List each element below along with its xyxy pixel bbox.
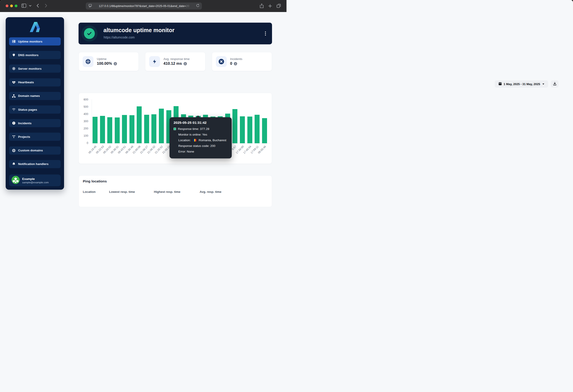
ping-locations-title: Ping locations [83, 179, 107, 183]
heart-pulse-icon [12, 81, 16, 84]
sidebar-toggle-icon[interactable] [21, 4, 26, 8]
sidebar-item-dns-monitors[interactable]: DNS monitors [9, 51, 61, 59]
url-text: 127.0.0.1/66uptime/monitor/78?&start_dat… [92, 4, 196, 8]
wifi-icon [12, 108, 16, 111]
sitemap-icon [12, 94, 16, 98]
bar-20[interactable] [240, 116, 245, 143]
ping-column-header: Lowest resp. time [109, 190, 135, 194]
stat-card-avg-response-time: Avg. response time410.12 msi [145, 52, 205, 71]
bar-3[interactable] [115, 117, 120, 143]
tooltip-row: Location:Romania, Bucharest [178, 139, 228, 142]
bar-5[interactable] [129, 115, 134, 143]
info-icon[interactable]: i [234, 62, 237, 65]
browser-toolbar: 127.0.0.1/66uptime/monitor/78?&start_dat… [0, 0, 286, 12]
stat-label: Incidents [230, 57, 242, 61]
monitor-header-card: altumcode uptime monitor https://altumco… [78, 23, 272, 44]
sidebar-item-label: Custom domains [18, 149, 43, 152]
cpu-icon [12, 67, 16, 71]
reload-icon[interactable] [196, 4, 199, 8]
bar-1[interactable] [100, 116, 105, 143]
tab-overview-icon[interactable] [277, 4, 281, 8]
forward-button[interactable] [45, 4, 47, 8]
sidebar-item-notification-handlers[interactable]: Notification handlers [9, 160, 61, 168]
user-name: Example [22, 177, 49, 181]
bar-7[interactable] [144, 115, 149, 143]
monitor-url[interactable]: https://altumcode.com [104, 36, 135, 39]
sidebar-item-label: Projects [18, 135, 30, 139]
romania-flag [193, 139, 197, 142]
stat-value: 100.00% [97, 61, 112, 66]
close-window-button[interactable] [6, 4, 8, 7]
tooltip-timestamp: 2025-05-25 01:31:42 [174, 121, 228, 125]
bar-2[interactable] [107, 117, 112, 143]
bar-21[interactable] [247, 117, 252, 143]
x-circle-icon [216, 56, 227, 67]
bar-23[interactable] [262, 118, 267, 143]
ping-column-header: Highest resp. time [154, 190, 180, 194]
address-bar[interactable]: 127.0.0.1/66uptime/monitor/78?&start_dat… [86, 2, 202, 10]
sidebar-item-uptime-monitors[interactable]: Uptime monitors [9, 37, 61, 46]
sidebar-item-label: Notification handlers [18, 162, 48, 166]
bell-icon [12, 162, 16, 166]
stat-card-incidents: Incidents0i [212, 52, 272, 71]
ping-column-header: Avg. resp. time [200, 190, 221, 194]
avatar [12, 176, 20, 185]
new-tab-icon[interactable] [268, 4, 272, 8]
sidebar-item-heartbeats[interactable]: Heartbeats [9, 78, 61, 87]
bar-6[interactable] [137, 106, 142, 143]
ping-locations-card: Ping locations LocationLowest resp. time… [78, 175, 272, 196]
sidebar-item-label: DNS monitors [18, 53, 38, 57]
globe-icon [12, 149, 16, 152]
status-online-icon [84, 28, 95, 39]
stat-label: Avg. response time [163, 57, 189, 61]
nodes-icon [12, 135, 16, 139]
sidebar-item-label: Incidents [18, 122, 32, 125]
y-axis-line [92, 99, 92, 143]
minimize-window-button[interactable] [10, 4, 13, 7]
bar-9[interactable] [159, 109, 164, 143]
sidebar-item-status-pages[interactable]: Status pages [9, 106, 61, 114]
tooltip-row: Response time: 377.28 [174, 127, 228, 131]
sidebar-item-label: Server monitors [18, 67, 42, 71]
sidebar-item-domain-names[interactable]: Domain names [9, 92, 61, 100]
user-email: sample@example.com [22, 181, 49, 184]
sidebar-item-projects[interactable]: Projects [9, 133, 61, 141]
page-settings-icon[interactable] [89, 4, 92, 8]
tooltip-row: Response status code: 200 [178, 144, 228, 148]
bar-8[interactable] [151, 114, 156, 143]
sidebar-item-server-monitors[interactable]: Server monitors [9, 65, 61, 73]
y-axis-tick: 200 [79, 127, 88, 130]
maximize-window-button[interactable] [15, 4, 18, 7]
stat-label: Uptime [97, 57, 117, 61]
share-icon[interactable] [260, 4, 264, 8]
bar-19[interactable] [233, 109, 237, 143]
info-icon[interactable]: i [183, 62, 187, 65]
sidebar-item-label: Status pages [18, 108, 37, 111]
page-title: altumcode uptime monitor [103, 27, 175, 34]
y-axis-tick: 600 [79, 98, 88, 101]
sidebar-item-label: Domain names [18, 94, 40, 98]
sidebar-item-label: Uptime monitors [18, 40, 42, 43]
bar-22[interactable] [255, 115, 260, 143]
y-axis-tick: 100 [79, 134, 88, 137]
user-profile[interactable]: Example sample@example.com [9, 175, 61, 186]
server-icon [12, 40, 16, 43]
stat-value: 410.12 ms [163, 61, 182, 66]
kebab-menu-icon[interactable] [263, 30, 268, 37]
tooltip-row: Monitor is online: Yes [178, 133, 228, 136]
back-button[interactable] [37, 4, 39, 8]
sidebar-item-custom-domains[interactable]: Custom domains [9, 146, 61, 155]
bar-0[interactable] [92, 117, 98, 143]
tooltip-row: Error: None [178, 150, 228, 153]
y-axis-tick: 500 [79, 105, 88, 108]
info-icon[interactable]: i [114, 62, 117, 65]
alert-circle-icon [12, 121, 16, 125]
sidebar-item-label: Heartbeats [18, 81, 34, 84]
sidebar-chevron-icon[interactable] [29, 5, 32, 7]
globe-icon [83, 56, 93, 67]
bolt-icon [149, 56, 160, 67]
y-axis-tick: 0 [79, 142, 88, 145]
bar-4[interactable] [122, 115, 127, 143]
sidebar-item-incidents[interactable]: Incidents [9, 119, 61, 127]
y-axis-tick: 400 [79, 112, 88, 116]
